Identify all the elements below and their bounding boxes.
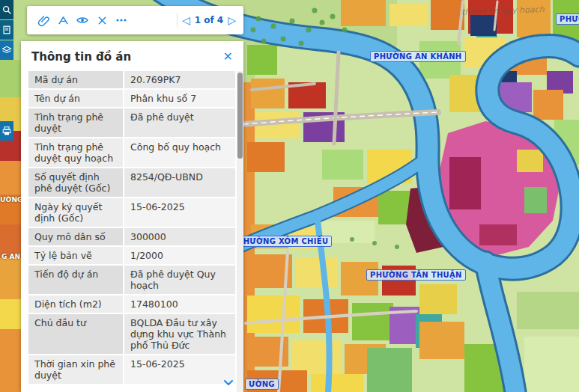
row-value: 15-06-2025 (124, 355, 235, 384)
scrollbar-thumb[interactable] (237, 73, 243, 159)
row-value: 20.769PK7 (124, 71, 235, 88)
directory-icon (1, 25, 12, 35)
row-value: Đã phê duyệt Quy hoạch (124, 266, 235, 294)
table-row: Ngày ký quyết định (Gốc)15-06-2025 (28, 198, 235, 227)
toolbar-divider (177, 13, 178, 28)
row-label: Số quyết định phê duyệt (Gốc) (28, 168, 123, 197)
row-value: 17480100 (124, 295, 235, 313)
ward-label-partial-bottom: ƯỜNG (245, 379, 279, 390)
row-value: 300000 (124, 228, 235, 245)
project-info-panel: Thông tin đồ án ✕ Mã dự án20.769PK7Tên d… (21, 41, 243, 392)
tool-rail (0, 0, 13, 61)
row-value: 15-06-2025 (124, 198, 235, 227)
row-label: Tiến độ dự án (28, 266, 123, 294)
measure-icon (57, 14, 70, 27)
info-table: Mã dự án20.769PK7Tên dự ánPhân khu số 7T… (28, 71, 235, 392)
table-row: Chủ đầu tưBQLDA Đầu tư xây dựng khu vực … (28, 314, 235, 354)
table-row: Tỷ lệ bản vẽ1/2000 (28, 247, 235, 264)
row-value: Phân khu số 7 (124, 90, 235, 107)
attachment-button[interactable] (34, 11, 52, 29)
table-row: Số quyết định phê duyệt (Gốc)8254/QĐ-UBN… (28, 168, 235, 197)
clear-button[interactable] (93, 11, 111, 29)
layers-button[interactable] (0, 40, 13, 60)
eye-icon (76, 13, 89, 27)
panel-header: Thông tin đồ án ✕ (21, 41, 243, 70)
row-label: Tình trạng phê duyệt quy hoạch (28, 138, 123, 167)
print-button[interactable] (0, 121, 13, 141)
row-value: 8254/QĐ-UBND (124, 168, 235, 197)
row-value: Công bố quy hoạch (124, 138, 235, 167)
row-label: Tên dự án (28, 90, 123, 107)
attachment-icon (37, 14, 50, 27)
row-value: Đã phê duyệt (124, 108, 235, 137)
panel-scrollbar[interactable] (237, 71, 243, 392)
table-row: Mã dự án20.769PK7 (28, 71, 235, 88)
row-value: 1/2000 (124, 247, 235, 264)
layers-icon (1, 45, 12, 55)
ward-label-xom-chieu: PHƯỜNG XÓM CHIẾU (234, 236, 332, 247)
chevron-down-icon (223, 379, 234, 387)
prev-page-button[interactable]: ◁ (182, 15, 190, 25)
row-label: Quy mô dân số (28, 228, 123, 245)
row-label: Chủ đầu tư (28, 314, 123, 354)
table-row: Diện tích (m2)17480100 (28, 295, 235, 313)
row-label: Ngày ký quyết định (Gốc) (28, 198, 123, 227)
row-label: Mã dự án (28, 71, 123, 88)
ellipsis-icon (115, 13, 128, 27)
map-application: PHƯỜNG AN KHÁNH PHƯỜNG XÓM CHIẾU PHƯỜNG … (0, 0, 579, 392)
table-row: Thời gian xin phê duyệt15-06-2025 (28, 355, 235, 384)
row-label: Thời gian xin phê duyệt (28, 355, 123, 384)
row-label: Diện tích (m2) (28, 295, 123, 313)
ward-label-partial-top-right: PHƯỜNG (556, 13, 579, 25)
street-label-partial-lower: G AN (1, 253, 20, 260)
panel-title: Thông tin đồ án (31, 50, 131, 64)
visibility-button[interactable] (73, 11, 91, 29)
search-button[interactable] (0, 0, 13, 19)
next-page-button[interactable]: ▷ (228, 15, 236, 25)
row-label: Tình trạng phê duyệt (28, 108, 123, 137)
table-row: Quy mô dân số300000 (28, 228, 235, 245)
row-value: BQLDA Đầu tư xây dựng khu vực Thành phố … (124, 314, 235, 354)
directory-button[interactable] (0, 20, 13, 40)
search-icon (1, 4, 12, 15)
print-icon (1, 126, 12, 136)
scroll-down-button[interactable] (223, 376, 234, 390)
row-label: Tỷ lệ bản vẽ (28, 247, 123, 264)
panel-close-button[interactable]: ✕ (222, 51, 234, 63)
table-row: Tình trạng phê duyệt quy hoạchCông bố qu… (28, 138, 235, 167)
ward-label-tan-thuan: PHƯỜNG TÂN THUẬN (366, 269, 466, 281)
ward-label-an-khanh: PHƯỜNG AN KHÁNH (370, 51, 466, 62)
more-options-button[interactable] (112, 11, 130, 29)
page-indicator: 1 of 4 (195, 15, 224, 25)
page-navigator: ◁ 1 of 4 ▷ (182, 15, 236, 25)
table-row: Tên dự ánPhân khu số 7 (28, 90, 235, 107)
table-row: Tiến độ dự ánĐã phê duyệt Quy hoạch (28, 266, 235, 294)
close-x-icon (97, 15, 108, 26)
table-row: Tình trạng phê duyệtĐã phê duyệt (28, 108, 235, 137)
measure-button[interactable] (54, 11, 72, 29)
map-toolbar: ◁ 1 of 4 ▷ (27, 6, 243, 34)
